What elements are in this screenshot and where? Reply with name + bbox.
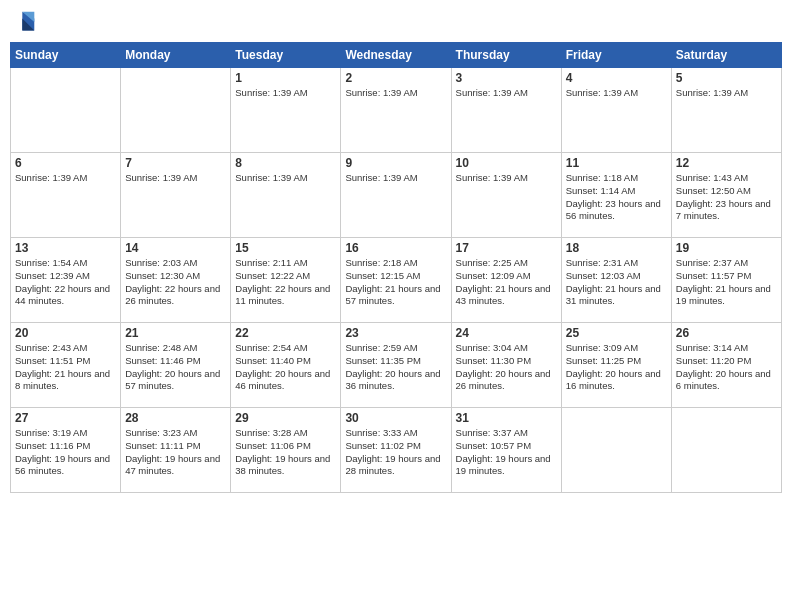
calendar-cell: 24Sunrise: 3:04 AM Sunset: 11:30 PM Dayl… <box>451 323 561 408</box>
calendar-cell: 18Sunrise: 2:31 AM Sunset: 12:03 AM Dayl… <box>561 238 671 323</box>
day-number: 31 <box>456 411 557 425</box>
calendar-cell: 19Sunrise: 2:37 AM Sunset: 11:57 PM Dayl… <box>671 238 781 323</box>
day-number: 14 <box>125 241 226 255</box>
weekday-header-row: SundayMondayTuesdayWednesdayThursdayFrid… <box>11 43 782 68</box>
cell-info: Sunrise: 1:39 AM <box>125 172 226 185</box>
calendar-cell: 25Sunrise: 3:09 AM Sunset: 11:25 PM Dayl… <box>561 323 671 408</box>
calendar-cell: 28Sunrise: 3:23 AM Sunset: 11:11 PM Dayl… <box>121 408 231 493</box>
day-number: 22 <box>235 326 336 340</box>
cell-info: Sunrise: 1:43 AM Sunset: 12:50 AM Daylig… <box>676 172 777 223</box>
calendar-cell: 27Sunrise: 3:19 AM Sunset: 11:16 PM Dayl… <box>11 408 121 493</box>
cell-info: Sunrise: 1:39 AM <box>456 172 557 185</box>
calendar-cell <box>671 408 781 493</box>
day-number: 13 <box>15 241 116 255</box>
day-number: 2 <box>345 71 446 85</box>
weekday-header-cell: Friday <box>561 43 671 68</box>
calendar: SundayMondayTuesdayWednesdayThursdayFrid… <box>10 42 782 493</box>
day-number: 3 <box>456 71 557 85</box>
day-number: 26 <box>676 326 777 340</box>
day-number: 24 <box>456 326 557 340</box>
cell-info: Sunrise: 3:23 AM Sunset: 11:11 PM Daylig… <box>125 427 226 478</box>
cell-info: Sunrise: 1:39 AM <box>15 172 116 185</box>
day-number: 20 <box>15 326 116 340</box>
calendar-cell: 9Sunrise: 1:39 AM <box>341 153 451 238</box>
calendar-cell: 13Sunrise: 1:54 AM Sunset: 12:39 AM Dayl… <box>11 238 121 323</box>
day-number: 11 <box>566 156 667 170</box>
cell-info: Sunrise: 3:33 AM Sunset: 11:02 PM Daylig… <box>345 427 446 478</box>
day-number: 4 <box>566 71 667 85</box>
calendar-cell: 5Sunrise: 1:39 AM <box>671 68 781 153</box>
cell-info: Sunrise: 1:39 AM <box>566 87 667 100</box>
calendar-week-row: 27Sunrise: 3:19 AM Sunset: 11:16 PM Dayl… <box>11 408 782 493</box>
calendar-cell: 15Sunrise: 2:11 AM Sunset: 12:22 AM Dayl… <box>231 238 341 323</box>
calendar-cell: 8Sunrise: 1:39 AM <box>231 153 341 238</box>
cell-info: Sunrise: 1:39 AM <box>345 87 446 100</box>
day-number: 7 <box>125 156 226 170</box>
calendar-week-row: 13Sunrise: 1:54 AM Sunset: 12:39 AM Dayl… <box>11 238 782 323</box>
calendar-cell <box>561 408 671 493</box>
calendar-week-row: 20Sunrise: 2:43 AM Sunset: 11:51 PM Dayl… <box>11 323 782 408</box>
calendar-cell: 3Sunrise: 1:39 AM <box>451 68 561 153</box>
day-number: 16 <box>345 241 446 255</box>
weekday-header-cell: Sunday <box>11 43 121 68</box>
day-number: 30 <box>345 411 446 425</box>
calendar-cell: 26Sunrise: 3:14 AM Sunset: 11:20 PM Dayl… <box>671 323 781 408</box>
cell-info: Sunrise: 1:39 AM <box>235 87 336 100</box>
page-header <box>10 10 782 34</box>
calendar-week-row: 6Sunrise: 1:39 AM7Sunrise: 1:39 AM8Sunri… <box>11 153 782 238</box>
cell-info: Sunrise: 3:14 AM Sunset: 11:20 PM Daylig… <box>676 342 777 393</box>
calendar-cell: 7Sunrise: 1:39 AM <box>121 153 231 238</box>
day-number: 1 <box>235 71 336 85</box>
calendar-week-row: 1Sunrise: 1:39 AM2Sunrise: 1:39 AM3Sunri… <box>11 68 782 153</box>
cell-info: Sunrise: 3:37 AM Sunset: 10:57 PM Daylig… <box>456 427 557 478</box>
calendar-cell: 31Sunrise: 3:37 AM Sunset: 10:57 PM Dayl… <box>451 408 561 493</box>
day-number: 15 <box>235 241 336 255</box>
day-number: 21 <box>125 326 226 340</box>
cell-info: Sunrise: 2:03 AM Sunset: 12:30 AM Daylig… <box>125 257 226 308</box>
logo <box>10 10 42 34</box>
day-number: 28 <box>125 411 226 425</box>
cell-info: Sunrise: 1:39 AM <box>676 87 777 100</box>
day-number: 8 <box>235 156 336 170</box>
cell-info: Sunrise: 1:39 AM <box>456 87 557 100</box>
calendar-cell: 23Sunrise: 2:59 AM Sunset: 11:35 PM Dayl… <box>341 323 451 408</box>
calendar-cell: 11Sunrise: 1:18 AM Sunset: 1:14 AM Dayli… <box>561 153 671 238</box>
day-number: 23 <box>345 326 446 340</box>
day-number: 29 <box>235 411 336 425</box>
calendar-cell <box>121 68 231 153</box>
logo-icon <box>10 10 38 34</box>
day-number: 17 <box>456 241 557 255</box>
cell-info: Sunrise: 2:43 AM Sunset: 11:51 PM Daylig… <box>15 342 116 393</box>
calendar-cell: 14Sunrise: 2:03 AM Sunset: 12:30 AM Dayl… <box>121 238 231 323</box>
cell-info: Sunrise: 2:48 AM Sunset: 11:46 PM Daylig… <box>125 342 226 393</box>
cell-info: Sunrise: 1:18 AM Sunset: 1:14 AM Dayligh… <box>566 172 667 223</box>
cell-info: Sunrise: 1:54 AM Sunset: 12:39 AM Daylig… <box>15 257 116 308</box>
calendar-cell: 30Sunrise: 3:33 AM Sunset: 11:02 PM Dayl… <box>341 408 451 493</box>
day-number: 19 <box>676 241 777 255</box>
day-number: 9 <box>345 156 446 170</box>
cell-info: Sunrise: 1:39 AM <box>345 172 446 185</box>
calendar-cell: 4Sunrise: 1:39 AM <box>561 68 671 153</box>
cell-info: Sunrise: 3:19 AM Sunset: 11:16 PM Daylig… <box>15 427 116 478</box>
calendar-cell: 12Sunrise: 1:43 AM Sunset: 12:50 AM Dayl… <box>671 153 781 238</box>
cell-info: Sunrise: 3:28 AM Sunset: 11:06 PM Daylig… <box>235 427 336 478</box>
calendar-cell: 2Sunrise: 1:39 AM <box>341 68 451 153</box>
day-number: 5 <box>676 71 777 85</box>
calendar-cell: 22Sunrise: 2:54 AM Sunset: 11:40 PM Dayl… <box>231 323 341 408</box>
calendar-cell: 21Sunrise: 2:48 AM Sunset: 11:46 PM Dayl… <box>121 323 231 408</box>
cell-info: Sunrise: 2:25 AM Sunset: 12:09 AM Daylig… <box>456 257 557 308</box>
weekday-header-cell: Wednesday <box>341 43 451 68</box>
weekday-header-cell: Thursday <box>451 43 561 68</box>
calendar-cell: 17Sunrise: 2:25 AM Sunset: 12:09 AM Dayl… <box>451 238 561 323</box>
calendar-cell: 20Sunrise: 2:43 AM Sunset: 11:51 PM Dayl… <box>11 323 121 408</box>
cell-info: Sunrise: 3:09 AM Sunset: 11:25 PM Daylig… <box>566 342 667 393</box>
cell-info: Sunrise: 2:37 AM Sunset: 11:57 PM Daylig… <box>676 257 777 308</box>
calendar-cell <box>11 68 121 153</box>
day-number: 6 <box>15 156 116 170</box>
day-number: 12 <box>676 156 777 170</box>
day-number: 18 <box>566 241 667 255</box>
calendar-cell: 10Sunrise: 1:39 AM <box>451 153 561 238</box>
calendar-body: 1Sunrise: 1:39 AM2Sunrise: 1:39 AM3Sunri… <box>11 68 782 493</box>
weekday-header-cell: Saturday <box>671 43 781 68</box>
cell-info: Sunrise: 2:18 AM Sunset: 12:15 AM Daylig… <box>345 257 446 308</box>
